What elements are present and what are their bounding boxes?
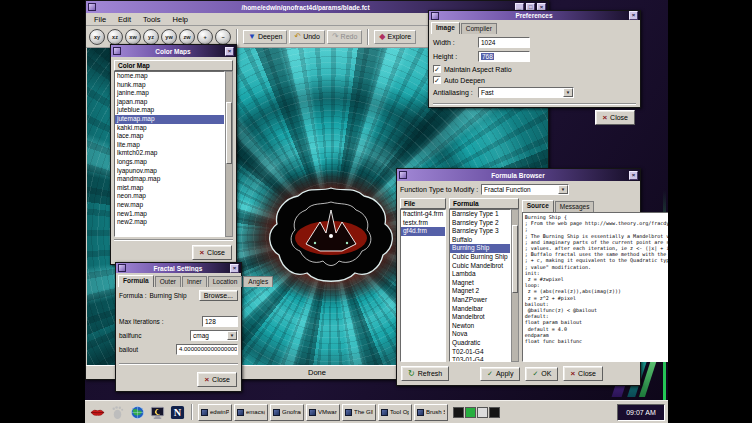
formula-item[interactable]: T02-01-G4	[450, 348, 510, 357]
globe-icon[interactable]	[128, 403, 146, 421]
settings-tab[interactable]: Inner	[182, 276, 207, 287]
pager-cell[interactable]	[477, 407, 488, 418]
taskbar-task-button[interactable]: Brush Sel...	[414, 404, 448, 421]
colormap-item[interactable]: lyapunov.map	[115, 167, 224, 176]
window-menu-icon[interactable]	[118, 264, 126, 272]
colormap-item[interactable]: juteblue.map	[115, 106, 224, 115]
close-icon[interactable]: ×	[230, 264, 239, 273]
colormap-column-header[interactable]: Color Map	[114, 60, 233, 71]
close-button[interactable]: × Close	[595, 110, 635, 125]
rotate-dial-button[interactable]: yw	[161, 29, 177, 45]
formula-item[interactable]: Lambda	[450, 270, 510, 279]
ok-button[interactable]: ✓ OK	[525, 367, 558, 381]
file-item[interactable]: fractint-g4.frm	[401, 210, 445, 219]
close-icon[interactable]: ×	[225, 47, 234, 56]
file-item[interactable]: gf4d.frm	[401, 227, 445, 236]
taskbar-task-button[interactable]: The GIMP	[342, 404, 376, 421]
max-iterations-input[interactable]: 128	[202, 316, 238, 327]
rotate-dial-button[interactable]: −	[215, 29, 231, 45]
rotate-dial-button[interactable]: xz	[107, 29, 123, 45]
colormap-item[interactable]: mandmap.map	[115, 175, 224, 184]
colormap-item[interactable]: hunk.map	[115, 81, 224, 90]
formula-scrollbar[interactable]	[511, 209, 519, 362]
settings-tab[interactable]: Location	[208, 276, 243, 287]
explore-button[interactable]: ◆ Explore	[374, 30, 416, 44]
formula-item[interactable]: ManZPower	[450, 296, 510, 305]
colormap-item[interactable]: lkmtch02.map	[115, 149, 224, 158]
formula-source-code[interactable]: Burning Ship { ; From the web page http:…	[523, 213, 668, 361]
maintain-aspect-checkbox[interactable]: ✓	[433, 65, 441, 73]
close-button[interactable]: × Close	[192, 245, 232, 260]
formula-item[interactable]: T03-01-G4	[450, 356, 510, 362]
browse-button[interactable]: Browse...	[199, 290, 238, 301]
pager-cell[interactable]	[489, 407, 500, 418]
refresh-button[interactable]: ↻ Refresh	[401, 366, 449, 381]
screensaver-icon[interactable]	[148, 403, 166, 421]
colormap-item[interactable]: new.map	[115, 201, 224, 210]
fractal-settings-titlebar[interactable]: Fractal Settings ×	[116, 263, 241, 273]
source-tab[interactable]: Messages	[555, 201, 595, 212]
taskbar-task-button[interactable]: edwinPC...	[198, 404, 232, 421]
colormap-item[interactable]: jutemap.map	[115, 115, 224, 124]
formula-column-header[interactable]: Formula	[449, 198, 519, 209]
formula-item[interactable]: Barnsley Type 3	[450, 227, 510, 236]
preferences-tab[interactable]: Compiler	[461, 23, 497, 34]
colormap-item[interactable]: lace.map	[115, 132, 224, 141]
height-input[interactable]: 768	[478, 51, 530, 62]
menu-item[interactable]: Tools	[137, 14, 167, 25]
window-menu-icon[interactable]	[113, 47, 121, 55]
formula-item[interactable]: Cubic Mandelbrot	[450, 262, 510, 271]
taskbar-task-button[interactable]: VMware V...	[306, 404, 340, 421]
colormap-item[interactable]: new2.map	[115, 218, 224, 227]
close-icon[interactable]: ×	[629, 11, 638, 20]
colormap-item[interactable]: japan.map	[115, 98, 224, 107]
formula-item[interactable]: Cubic Burning Ship	[450, 253, 510, 262]
formula-item[interactable]: Barnsley Type 2	[450, 219, 510, 228]
chevron-down-icon[interactable]: ▼	[227, 331, 237, 340]
formula-item[interactable]: Mandelbar	[450, 305, 510, 314]
apply-button[interactable]: ✓ Apply	[480, 367, 520, 381]
colormap-item[interactable]: janine.map	[115, 89, 224, 98]
lips-icon[interactable]	[88, 403, 106, 421]
formula-item[interactable]: Nova	[450, 330, 510, 339]
rotate-dial-button[interactable]: xy	[89, 29, 105, 45]
window-menu-icon[interactable]	[431, 12, 439, 20]
source-tab[interactable]: Source	[522, 200, 554, 212]
rotate-dial-button[interactable]: zw	[179, 29, 195, 45]
formula-item[interactable]: Quadratic	[450, 339, 510, 348]
chevron-down-icon[interactable]: ▼	[558, 185, 568, 194]
bailfunc-dropdown[interactable]: cmag ▼	[190, 330, 238, 341]
window-menu-icon[interactable]	[399, 171, 407, 179]
rotate-dial-button[interactable]: xw	[125, 29, 141, 45]
settings-tab[interactable]: Angles	[243, 276, 273, 287]
file-item[interactable]: testx.frm	[401, 219, 445, 228]
file-column-header[interactable]: File	[400, 198, 446, 209]
colormap-item[interactable]: longs.map	[115, 158, 224, 167]
settings-tab[interactable]: Formula	[118, 275, 154, 287]
window-menu-icon[interactable]	[88, 3, 96, 11]
close-icon[interactable]: ×	[629, 171, 638, 180]
colormap-item[interactable]: home.map	[115, 72, 224, 81]
preferences-tab[interactable]: Image	[431, 22, 460, 34]
preferences-titlebar[interactable]: Preferences ×	[429, 11, 640, 20]
close-button[interactable]: × Close	[563, 366, 603, 381]
colormap-item[interactable]: mist.map	[115, 184, 224, 193]
auto-deepen-checkbox[interactable]: ✓	[433, 76, 441, 84]
pager-cell[interactable]	[453, 407, 464, 418]
formula-item[interactable]: Buffalo	[450, 236, 510, 245]
bailout-input[interactable]: 4.00000000000000000	[176, 344, 238, 355]
chevron-down-icon[interactable]: ▼	[563, 88, 573, 97]
deepen-button[interactable]: ▼ Deepen	[243, 30, 287, 44]
taskbar-task-button[interactable]: Tool Optio...	[378, 404, 412, 421]
colormap-scrollbar[interactable]	[225, 71, 233, 237]
pager-cell[interactable]	[465, 407, 476, 418]
formula-item[interactable]: Magnet	[450, 279, 510, 288]
settings-tab[interactable]: Outer	[155, 276, 181, 287]
rotate-dial-button[interactable]: yz	[143, 29, 159, 45]
taskbar-task-button[interactable]: emacs@li...	[234, 404, 268, 421]
menu-item[interactable]: File	[88, 14, 112, 25]
colormap-item[interactable]: lite.map	[115, 141, 224, 150]
close-button[interactable]: × Close	[197, 372, 237, 387]
formula-item[interactable]: Newton	[450, 322, 510, 331]
antialias-dropdown[interactable]: Fast ▼	[478, 87, 574, 98]
